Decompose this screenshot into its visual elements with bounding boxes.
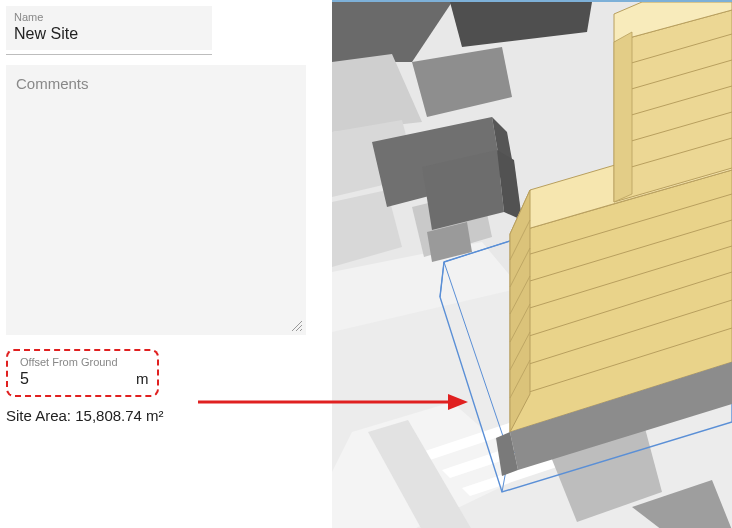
svg-marker-46 <box>614 32 632 202</box>
name-label: Name <box>14 10 204 24</box>
comments-field-container[interactable] <box>6 65 306 335</box>
site-area-readout: Site Area: 15,808.74 m² <box>6 407 326 424</box>
offset-field-highlight: Offset From Ground m <box>6 349 159 397</box>
resize-handle-icon[interactable] <box>292 321 302 331</box>
3d-viewport[interactable] <box>332 0 732 528</box>
svg-line-2 <box>300 329 302 331</box>
offset-unit-label: m <box>136 370 149 387</box>
name-field-container[interactable]: Name <box>6 6 212 50</box>
name-underline <box>6 54 212 55</box>
properties-panel: Name Offset From Ground m Site Area: 15,… <box>0 0 332 528</box>
3d-scene <box>332 2 732 528</box>
offset-input[interactable] <box>20 369 130 389</box>
comments-textarea[interactable] <box>14 73 298 327</box>
offset-label: Offset From Ground <box>20 355 149 369</box>
name-input[interactable] <box>14 24 204 44</box>
